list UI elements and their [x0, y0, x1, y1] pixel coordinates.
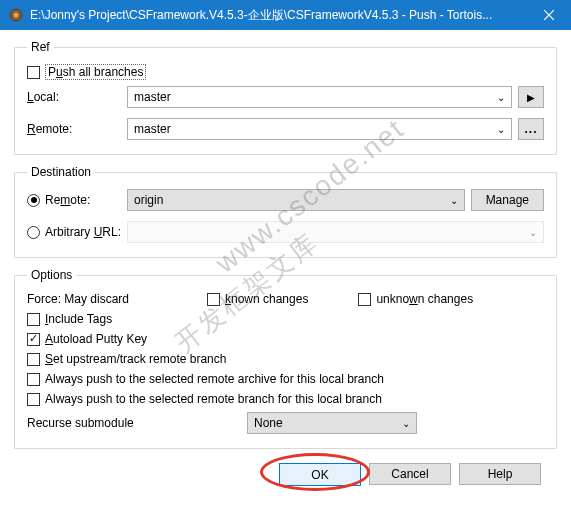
ref-group: Ref Push all branches Local: master ⌄ ▶ … [14, 40, 557, 155]
arbitrary-url-radio[interactable]: Arbitrary URL: [27, 225, 127, 239]
remote-label: Remote: [27, 122, 127, 136]
manage-button[interactable]: Manage [471, 189, 544, 211]
always-branch-check[interactable]: Always push to the selected remote branc… [27, 392, 544, 406]
checkbox-icon [27, 66, 40, 79]
checkbox-icon [207, 293, 220, 306]
dest-remote-value: origin [134, 193, 450, 207]
chevron-down-icon: ⌄ [497, 92, 505, 103]
ellipsis-icon: ... [524, 122, 537, 136]
include-tags-check[interactable]: Include Tags [27, 312, 544, 326]
opts-legend: Options [27, 268, 76, 282]
recurse-label: Recurse submodule [27, 416, 247, 430]
checkbox-icon [27, 353, 40, 366]
checkbox-icon [358, 293, 371, 306]
local-branch-combo[interactable]: master ⌄ [127, 86, 512, 108]
push-all-branches-check[interactable]: Push all branches [27, 64, 544, 80]
local-label: Local: [27, 90, 127, 104]
push-all-label: Push all branches [45, 64, 146, 80]
remote-browse-button[interactable]: ... [518, 118, 544, 140]
arbitrary-url-label: Arbitrary URL: [45, 225, 121, 239]
close-button[interactable] [526, 0, 571, 30]
always-archive-check[interactable]: Always push to the selected remote archi… [27, 372, 544, 386]
help-button[interactable]: Help [459, 463, 541, 485]
cancel-button[interactable]: Cancel [369, 463, 451, 485]
ref-legend: Ref [27, 40, 54, 54]
chevron-down-icon: ⌄ [529, 227, 537, 238]
autoload-putty-check[interactable]: Autoload Putty Key [27, 332, 544, 346]
options-group: Options Force: May discard known changes… [14, 268, 557, 449]
checkbox-icon [27, 333, 40, 346]
force-label: Force: May discard [27, 292, 157, 306]
chevron-down-icon: ⌄ [402, 418, 410, 429]
dest-remote-combo[interactable]: origin ⌄ [127, 189, 465, 211]
chevron-down-icon: ⌄ [497, 124, 505, 135]
triangle-right-icon: ▶ [527, 92, 535, 103]
remote-value: master [134, 122, 497, 136]
remote-branch-combo[interactable]: master ⌄ [127, 118, 512, 140]
app-icon [8, 7, 24, 23]
radio-icon [27, 226, 40, 239]
recurse-value: None [254, 416, 402, 430]
local-next-button[interactable]: ▶ [518, 86, 544, 108]
radio-icon [27, 194, 40, 207]
checkbox-icon [27, 373, 40, 386]
ok-button[interactable]: OK [279, 463, 361, 486]
titlebar: E:\Jonny's Project\CSFramework.V4.5.3-企业… [0, 0, 571, 30]
dest-legend: Destination [27, 165, 95, 179]
checkbox-icon [27, 313, 40, 326]
window-title: E:\Jonny's Project\CSFramework.V4.5.3-企业… [30, 7, 526, 24]
local-value: master [134, 90, 497, 104]
destination-group: Destination Remote: origin ⌄ Manage Arbi… [14, 165, 557, 258]
known-changes-check[interactable]: known changes [207, 292, 308, 306]
unknown-changes-check[interactable]: unknown changes [358, 292, 473, 306]
footer: OK Cancel Help [14, 459, 557, 486]
dest-remote-radio[interactable]: Remote: [27, 193, 127, 207]
dest-remote-label: Remote: [45, 193, 90, 207]
svg-point-1 [14, 13, 19, 18]
checkbox-icon [27, 393, 40, 406]
chevron-down-icon: ⌄ [450, 195, 458, 206]
arbitrary-url-input[interactable]: ⌄ [127, 221, 544, 243]
set-upstream-check[interactable]: Set upstream/track remote branch [27, 352, 544, 366]
recurse-combo[interactable]: None ⌄ [247, 412, 417, 434]
